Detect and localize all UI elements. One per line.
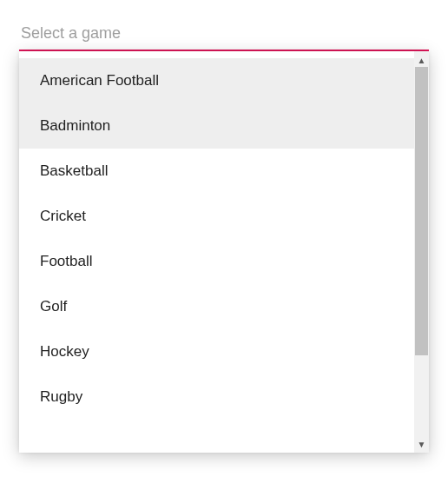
list-item[interactable]: Golf — [19, 284, 414, 329]
scrollbar[interactable]: ▲ ▼ — [414, 51, 429, 453]
list-item[interactable]: American Football — [19, 58, 414, 103]
scroll-down-icon[interactable]: ▼ — [414, 437, 429, 451]
list-item[interactable]: Badminton — [19, 103, 414, 149]
list-item[interactable]: Basketball — [19, 149, 414, 194]
list-item[interactable]: Hockey — [19, 329, 414, 374]
scroll-thumb[interactable] — [415, 67, 428, 355]
scroll-track[interactable] — [414, 67, 429, 437]
game-select-input[interactable] — [19, 19, 429, 50]
dropdown-popup: American FootballBadmintonBasketballCric… — [19, 51, 429, 453]
list-item[interactable]: Football — [19, 239, 414, 284]
dropdown-input-wrapper[interactable] — [19, 19, 429, 51]
scroll-up-icon[interactable]: ▲ — [414, 53, 429, 67]
list-item[interactable]: Rugby — [19, 374, 414, 420]
list-item[interactable]: Cricket — [19, 194, 414, 239]
options-list[interactable]: American FootballBadmintonBasketballCric… — [19, 51, 414, 453]
